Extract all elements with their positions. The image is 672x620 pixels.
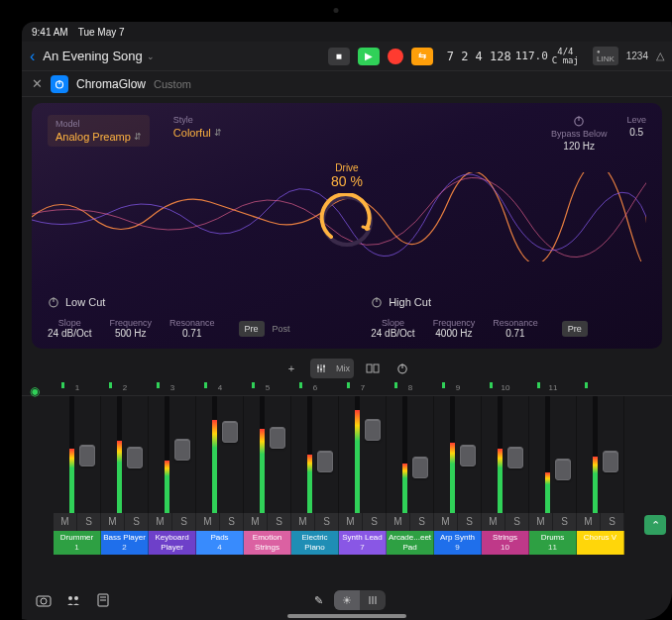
back-button[interactable]: ‹: [30, 48, 35, 65]
track-label[interactable]: Strings10: [482, 531, 529, 555]
mute-button[interactable]: M: [54, 513, 77, 531]
notepad-icon[interactable]: [93, 590, 113, 610]
fader[interactable]: [222, 421, 238, 443]
fader[interactable]: [555, 459, 571, 480]
mute-button[interactable]: M: [291, 513, 315, 531]
track-label[interactable]: Drummer1: [54, 531, 101, 555]
fader[interactable]: [127, 447, 143, 468]
fader[interactable]: [460, 445, 476, 466]
track-index[interactable]: 6: [291, 383, 339, 394]
style-select[interactable]: Style Colorful⇵: [173, 115, 222, 139]
expand-button[interactable]: ⌃: [644, 515, 666, 535]
fader[interactable]: [412, 457, 428, 478]
fx-icon[interactable]: [362, 359, 384, 378]
track-index[interactable]: 3: [149, 383, 196, 394]
track-label[interactable]: Emotion Strings5: [244, 531, 291, 555]
solo-button[interactable]: S: [77, 513, 101, 531]
people-icon[interactable]: [63, 590, 83, 610]
count-in[interactable]: 1234: [626, 51, 648, 61]
home-indicator[interactable]: [287, 614, 406, 618]
solo-button[interactable]: S: [601, 513, 624, 531]
solo-button[interactable]: S: [268, 513, 291, 531]
link-button[interactable]: ● LINK: [593, 47, 618, 65]
play-button[interactable]: ▶: [358, 48, 380, 65]
low-cut-post[interactable]: Post: [267, 321, 296, 337]
close-plugin-button[interactable]: ✕: [32, 76, 43, 91]
mute-button[interactable]: M: [434, 513, 458, 531]
solo-button[interactable]: S: [172, 513, 196, 531]
solo-button[interactable]: S: [553, 513, 577, 531]
high-cut-pre[interactable]: Pre: [562, 321, 588, 337]
faders-icon[interactable]: [310, 359, 332, 378]
track-index[interactable]: 9: [434, 383, 482, 394]
high-cut-freq[interactable]: Frequency4000 Hz: [433, 318, 476, 339]
mute-button[interactable]: M: [149, 513, 172, 531]
high-cut-slope[interactable]: Slope24 dB/Oct: [371, 318, 414, 339]
track-label[interactable]: Keyboard Player3: [149, 531, 196, 555]
mute-button[interactable]: M: [577, 513, 601, 531]
fader[interactable]: [79, 445, 95, 466]
track-index[interactable]: [577, 383, 624, 394]
low-cut-slope[interactable]: Slope24 dB/Oct: [48, 318, 91, 339]
track-index[interactable]: 8: [387, 383, 434, 394]
fader[interactable]: [317, 451, 333, 472]
track-index[interactable]: 1: [54, 383, 101, 394]
track-label[interactable]: Bass Player2: [101, 531, 149, 555]
level-control[interactable]: Leve 0.5: [626, 115, 646, 152]
solo-button[interactable]: S: [315, 513, 339, 531]
solo-button[interactable]: S: [220, 513, 244, 531]
low-cut-res[interactable]: Resonance0.71: [169, 318, 215, 339]
low-cut-freq[interactable]: Frequency500 Hz: [109, 318, 152, 339]
track-index[interactable]: 2: [101, 383, 149, 394]
power-icon[interactable]: [371, 296, 383, 308]
solo-button[interactable]: S: [505, 513, 529, 531]
fader[interactable]: [507, 447, 523, 468]
drive-knob[interactable]: Drive 80 %: [319, 162, 375, 251]
track-label[interactable]: Arcade...eet Pad8: [387, 531, 434, 555]
track-label[interactable]: Chorus V: [577, 531, 624, 555]
solo-button[interactable]: S: [125, 513, 149, 531]
track-label[interactable]: Electric Piano6: [291, 531, 339, 555]
project-title-dropdown[interactable]: An Evening Song ⌄: [43, 49, 154, 63]
cycle-button[interactable]: ⇆: [411, 48, 433, 65]
sliders-icon[interactable]: [360, 590, 386, 610]
fader[interactable]: [365, 419, 381, 441]
track-label[interactable]: Pads4: [196, 531, 244, 555]
power-icon[interactable]: [392, 359, 413, 378]
track-index[interactable]: 11: [529, 383, 577, 394]
plugin-preset[interactable]: Custom: [154, 78, 191, 90]
mute-button[interactable]: M: [196, 513, 220, 531]
high-cut-res[interactable]: Resonance0.71: [493, 318, 538, 339]
solo-button[interactable]: S: [363, 513, 387, 531]
model-select[interactable]: Model Analog Preamp⇵: [48, 115, 150, 147]
track-index[interactable]: 7: [339, 383, 387, 394]
track-label[interactable]: Drums11: [529, 531, 577, 555]
add-button[interactable]: +: [280, 359, 302, 378]
track-index[interactable]: 5: [244, 383, 291, 394]
fader[interactable]: [603, 451, 618, 472]
plugin-power-button[interactable]: [51, 75, 68, 93]
power-icon[interactable]: [48, 296, 59, 308]
mix-label[interactable]: Mix: [332, 359, 354, 378]
track-label[interactable]: Synth Lead7: [339, 531, 387, 555]
mute-button[interactable]: M: [387, 513, 410, 531]
low-cut-pre[interactable]: Pre: [239, 321, 265, 337]
bypass-control[interactable]: Bypass Below 120 Hz: [551, 115, 608, 152]
spotify-icon[interactable]: ◉: [30, 384, 40, 398]
mute-button[interactable]: M: [482, 513, 505, 531]
fader[interactable]: [174, 439, 190, 461]
track-index[interactable]: 4: [196, 383, 244, 394]
solo-button[interactable]: S: [410, 513, 434, 531]
fader[interactable]: [270, 427, 285, 449]
mute-button[interactable]: M: [101, 513, 125, 531]
camera-icon[interactable]: [34, 590, 54, 610]
transport-display[interactable]: 7 2 4 128 117.0 4/4 C maj: [441, 48, 585, 65]
solo-button[interactable]: S: [458, 513, 482, 531]
track-index[interactable]: 10: [482, 383, 529, 394]
stop-button[interactable]: ■: [328, 48, 350, 65]
mute-button[interactable]: M: [244, 513, 268, 531]
record-button[interactable]: [388, 49, 403, 64]
pencil-icon[interactable]: ✎: [308, 590, 328, 610]
brightness-icon[interactable]: ☀: [334, 590, 360, 610]
mute-button[interactable]: M: [339, 513, 363, 531]
